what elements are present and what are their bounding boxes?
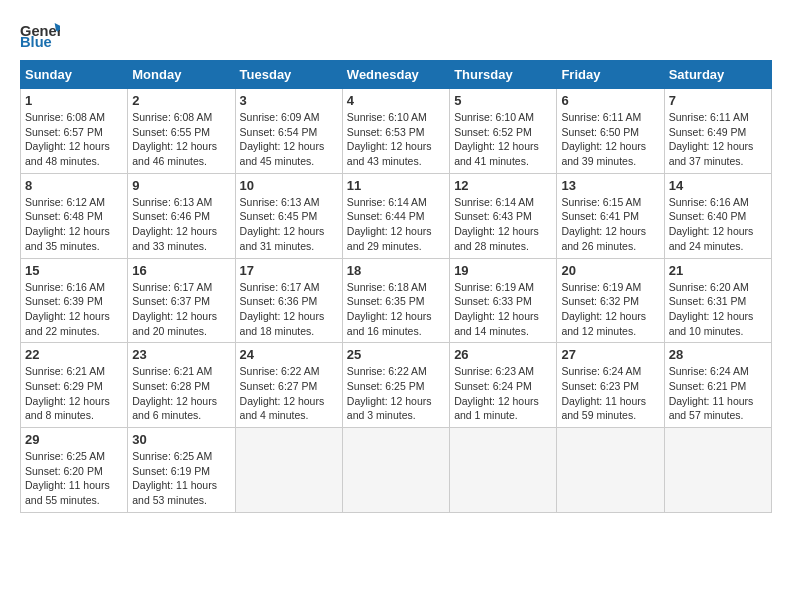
calendar-day-cell: 17Sunrise: 6:17 AMSunset: 6:36 PMDayligh…: [235, 258, 342, 343]
day-info: Sunrise: 6:22 AMSunset: 6:25 PMDaylight:…: [347, 364, 445, 423]
day-number: 7: [669, 93, 767, 108]
calendar-day-cell: 16Sunrise: 6:17 AMSunset: 6:37 PMDayligh…: [128, 258, 235, 343]
calendar-day-cell: [557, 428, 664, 513]
calendar-day-cell: 8Sunrise: 6:12 AMSunset: 6:48 PMDaylight…: [21, 173, 128, 258]
calendar-day-cell: [342, 428, 449, 513]
day-info: Sunrise: 6:19 AMSunset: 6:33 PMDaylight:…: [454, 280, 552, 339]
day-info: Sunrise: 6:25 AMSunset: 6:19 PMDaylight:…: [132, 449, 230, 508]
calendar-day-cell: 20Sunrise: 6:19 AMSunset: 6:32 PMDayligh…: [557, 258, 664, 343]
calendar-day-cell: 21Sunrise: 6:20 AMSunset: 6:31 PMDayligh…: [664, 258, 771, 343]
day-info: Sunrise: 6:24 AMSunset: 6:23 PMDaylight:…: [561, 364, 659, 423]
day-info: Sunrise: 6:16 AMSunset: 6:40 PMDaylight:…: [669, 195, 767, 254]
day-number: 17: [240, 263, 338, 278]
day-info: Sunrise: 6:14 AMSunset: 6:44 PMDaylight:…: [347, 195, 445, 254]
day-info: Sunrise: 6:14 AMSunset: 6:43 PMDaylight:…: [454, 195, 552, 254]
day-number: 4: [347, 93, 445, 108]
calendar-day-cell: 5Sunrise: 6:10 AMSunset: 6:52 PMDaylight…: [450, 89, 557, 174]
day-number: 9: [132, 178, 230, 193]
calendar-day-cell: 15Sunrise: 6:16 AMSunset: 6:39 PMDayligh…: [21, 258, 128, 343]
day-number: 12: [454, 178, 552, 193]
day-number: 10: [240, 178, 338, 193]
calendar-week-row: 29Sunrise: 6:25 AMSunset: 6:20 PMDayligh…: [21, 428, 772, 513]
calendar-day-cell: 2Sunrise: 6:08 AMSunset: 6:55 PMDaylight…: [128, 89, 235, 174]
day-info: Sunrise: 6:13 AMSunset: 6:45 PMDaylight:…: [240, 195, 338, 254]
calendar-day-cell: 11Sunrise: 6:14 AMSunset: 6:44 PMDayligh…: [342, 173, 449, 258]
day-number: 8: [25, 178, 123, 193]
calendar-day-cell: 14Sunrise: 6:16 AMSunset: 6:40 PMDayligh…: [664, 173, 771, 258]
day-number: 18: [347, 263, 445, 278]
day-number: 5: [454, 93, 552, 108]
day-info: Sunrise: 6:23 AMSunset: 6:24 PMDaylight:…: [454, 364, 552, 423]
day-info: Sunrise: 6:17 AMSunset: 6:37 PMDaylight:…: [132, 280, 230, 339]
day-number: 15: [25, 263, 123, 278]
page-header: General Blue: [20, 20, 772, 50]
day-number: 22: [25, 347, 123, 362]
calendar-header-row: SundayMondayTuesdayWednesdayThursdayFrid…: [21, 61, 772, 89]
day-info: Sunrise: 6:12 AMSunset: 6:48 PMDaylight:…: [25, 195, 123, 254]
day-number: 2: [132, 93, 230, 108]
day-info: Sunrise: 6:25 AMSunset: 6:20 PMDaylight:…: [25, 449, 123, 508]
header-wednesday: Wednesday: [342, 61, 449, 89]
day-info: Sunrise: 6:17 AMSunset: 6:36 PMDaylight:…: [240, 280, 338, 339]
day-number: 23: [132, 347, 230, 362]
header-friday: Friday: [557, 61, 664, 89]
logo: General Blue: [20, 20, 60, 50]
day-info: Sunrise: 6:13 AMSunset: 6:46 PMDaylight:…: [132, 195, 230, 254]
day-info: Sunrise: 6:21 AMSunset: 6:28 PMDaylight:…: [132, 364, 230, 423]
calendar-day-cell: 6Sunrise: 6:11 AMSunset: 6:50 PMDaylight…: [557, 89, 664, 174]
header-tuesday: Tuesday: [235, 61, 342, 89]
calendar-day-cell: 22Sunrise: 6:21 AMSunset: 6:29 PMDayligh…: [21, 343, 128, 428]
day-number: 6: [561, 93, 659, 108]
day-info: Sunrise: 6:11 AMSunset: 6:50 PMDaylight:…: [561, 110, 659, 169]
day-info: Sunrise: 6:08 AMSunset: 6:55 PMDaylight:…: [132, 110, 230, 169]
svg-text:Blue: Blue: [20, 34, 52, 50]
calendar-day-cell: 28Sunrise: 6:24 AMSunset: 6:21 PMDayligh…: [664, 343, 771, 428]
day-number: 13: [561, 178, 659, 193]
calendar-day-cell: 4Sunrise: 6:10 AMSunset: 6:53 PMDaylight…: [342, 89, 449, 174]
calendar-week-row: 8Sunrise: 6:12 AMSunset: 6:48 PMDaylight…: [21, 173, 772, 258]
header-saturday: Saturday: [664, 61, 771, 89]
header-monday: Monday: [128, 61, 235, 89]
calendar-table: SundayMondayTuesdayWednesdayThursdayFrid…: [20, 60, 772, 513]
header-thursday: Thursday: [450, 61, 557, 89]
day-info: Sunrise: 6:19 AMSunset: 6:32 PMDaylight:…: [561, 280, 659, 339]
day-info: Sunrise: 6:10 AMSunset: 6:53 PMDaylight:…: [347, 110, 445, 169]
calendar-day-cell: 10Sunrise: 6:13 AMSunset: 6:45 PMDayligh…: [235, 173, 342, 258]
day-info: Sunrise: 6:24 AMSunset: 6:21 PMDaylight:…: [669, 364, 767, 423]
day-number: 11: [347, 178, 445, 193]
day-info: Sunrise: 6:15 AMSunset: 6:41 PMDaylight:…: [561, 195, 659, 254]
calendar-day-cell: 24Sunrise: 6:22 AMSunset: 6:27 PMDayligh…: [235, 343, 342, 428]
calendar-day-cell: 30Sunrise: 6:25 AMSunset: 6:19 PMDayligh…: [128, 428, 235, 513]
calendar-day-cell: 7Sunrise: 6:11 AMSunset: 6:49 PMDaylight…: [664, 89, 771, 174]
day-number: 24: [240, 347, 338, 362]
day-number: 26: [454, 347, 552, 362]
day-number: 3: [240, 93, 338, 108]
calendar-week-row: 22Sunrise: 6:21 AMSunset: 6:29 PMDayligh…: [21, 343, 772, 428]
day-number: 19: [454, 263, 552, 278]
calendar-day-cell: [664, 428, 771, 513]
day-info: Sunrise: 6:16 AMSunset: 6:39 PMDaylight:…: [25, 280, 123, 339]
day-number: 20: [561, 263, 659, 278]
calendar-week-row: 1Sunrise: 6:08 AMSunset: 6:57 PMDaylight…: [21, 89, 772, 174]
day-info: Sunrise: 6:09 AMSunset: 6:54 PMDaylight:…: [240, 110, 338, 169]
calendar-day-cell: 3Sunrise: 6:09 AMSunset: 6:54 PMDaylight…: [235, 89, 342, 174]
day-info: Sunrise: 6:08 AMSunset: 6:57 PMDaylight:…: [25, 110, 123, 169]
day-number: 27: [561, 347, 659, 362]
day-info: Sunrise: 6:18 AMSunset: 6:35 PMDaylight:…: [347, 280, 445, 339]
calendar-day-cell: 26Sunrise: 6:23 AMSunset: 6:24 PMDayligh…: [450, 343, 557, 428]
day-number: 1: [25, 93, 123, 108]
day-number: 25: [347, 347, 445, 362]
day-number: 28: [669, 347, 767, 362]
day-number: 14: [669, 178, 767, 193]
calendar-day-cell: 23Sunrise: 6:21 AMSunset: 6:28 PMDayligh…: [128, 343, 235, 428]
day-number: 29: [25, 432, 123, 447]
calendar-day-cell: 25Sunrise: 6:22 AMSunset: 6:25 PMDayligh…: [342, 343, 449, 428]
day-number: 16: [132, 263, 230, 278]
day-info: Sunrise: 6:10 AMSunset: 6:52 PMDaylight:…: [454, 110, 552, 169]
day-info: Sunrise: 6:20 AMSunset: 6:31 PMDaylight:…: [669, 280, 767, 339]
day-info: Sunrise: 6:21 AMSunset: 6:29 PMDaylight:…: [25, 364, 123, 423]
calendar-day-cell: 19Sunrise: 6:19 AMSunset: 6:33 PMDayligh…: [450, 258, 557, 343]
day-info: Sunrise: 6:22 AMSunset: 6:27 PMDaylight:…: [240, 364, 338, 423]
day-info: Sunrise: 6:11 AMSunset: 6:49 PMDaylight:…: [669, 110, 767, 169]
calendar-week-row: 15Sunrise: 6:16 AMSunset: 6:39 PMDayligh…: [21, 258, 772, 343]
